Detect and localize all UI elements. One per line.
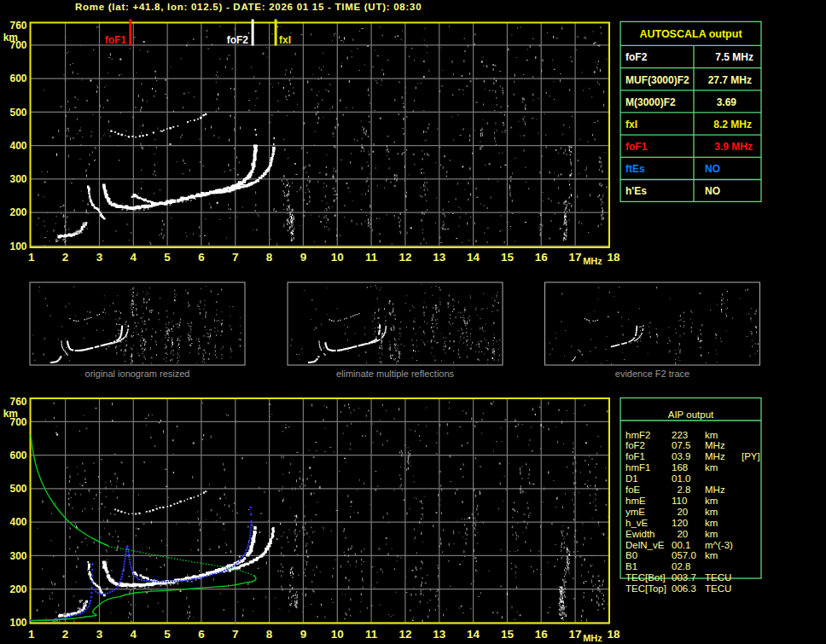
svg-text:foF2: foF2 — [625, 51, 648, 63]
svg-text:16: 16 — [535, 251, 549, 264]
svg-text:ymE: ymE — [625, 507, 645, 517]
svg-text:fxI: fxI — [279, 34, 291, 46]
svg-text:foF1: foF1 — [625, 451, 645, 461]
svg-text:MHz: MHz — [705, 440, 725, 450]
svg-text:2: 2 — [62, 628, 69, 641]
svg-text:03.9: 03.9 — [672, 451, 690, 461]
svg-text:02.8: 02.8 — [672, 561, 690, 571]
svg-text:km: km — [705, 462, 718, 473]
svg-text:12: 12 — [398, 628, 411, 641]
svg-text:km: km — [3, 408, 18, 420]
svg-text:TEC[Top]: TEC[Top] — [625, 583, 666, 594]
svg-text:TECU: TECU — [705, 572, 731, 583]
svg-text:km: km — [705, 430, 718, 440]
svg-text:18: 18 — [607, 251, 620, 264]
svg-text:14: 14 — [467, 251, 480, 264]
svg-text:hmF2: hmF2 — [625, 430, 650, 440]
svg-text:original ionogram resized: original ionogram resized — [85, 368, 190, 379]
svg-text:7.5 MHz: 7.5 MHz — [715, 51, 753, 63]
svg-text:6: 6 — [198, 628, 205, 641]
svg-text:14: 14 — [467, 628, 480, 641]
svg-text:km: km — [3, 32, 18, 44]
svg-text:MUF(3000)F2: MUF(3000)F2 — [625, 74, 689, 86]
svg-text:8: 8 — [266, 251, 273, 264]
svg-text:500: 500 — [9, 107, 26, 119]
svg-text:foF2: foF2 — [625, 440, 645, 450]
svg-text:400: 400 — [9, 140, 26, 152]
svg-text:10: 10 — [331, 251, 344, 264]
svg-text:ftEs: ftEs — [625, 163, 645, 175]
svg-text:11: 11 — [365, 628, 378, 641]
svg-text:07.5: 07.5 — [672, 440, 690, 450]
svg-text:9: 9 — [300, 251, 307, 264]
svg-text:Rome (lat: +41.8, lon: 012.5): Rome (lat: +41.8, lon: 012.5) - DATE: 20… — [75, 2, 422, 12]
svg-text:km: km — [705, 518, 718, 528]
svg-text:TECU: TECU — [705, 583, 731, 594]
svg-text:200: 200 — [9, 583, 26, 595]
svg-text:foF1: foF1 — [625, 141, 648, 153]
svg-text:3: 3 — [96, 628, 103, 641]
svg-text:400: 400 — [9, 516, 26, 528]
svg-text:100: 100 — [9, 617, 26, 629]
svg-text:M(3000)F2: M(3000)F2 — [625, 96, 676, 108]
svg-text:2.8: 2.8 — [672, 484, 690, 495]
svg-text:15: 15 — [501, 628, 515, 641]
svg-text:3: 3 — [96, 251, 103, 264]
svg-text:17: 17 — [569, 251, 582, 264]
svg-text:200: 200 — [9, 206, 26, 218]
svg-text:fxI: fxI — [625, 119, 637, 131]
svg-text:foF2: foF2 — [227, 34, 249, 46]
svg-text:11: 11 — [365, 251, 378, 264]
svg-text:760: 760 — [9, 20, 26, 32]
svg-text:B1: B1 — [625, 561, 637, 571]
svg-text:eliminate multiple reflections: eliminate multiple reflections — [336, 368, 455, 379]
svg-text:AIP output: AIP output — [668, 409, 714, 420]
svg-text:003.7: 003.7 — [672, 572, 696, 583]
svg-text:h_vE: h_vE — [625, 518, 649, 528]
svg-text:km: km — [705, 529, 718, 539]
svg-text:057.0: 057.0 — [672, 550, 696, 560]
svg-text:300: 300 — [9, 550, 26, 562]
svg-text:600: 600 — [9, 450, 26, 461]
svg-text:B0: B0 — [625, 550, 637, 560]
svg-text:NO: NO — [705, 163, 720, 175]
svg-text:13: 13 — [433, 251, 446, 264]
svg-text:TEC[Bot]: TEC[Bot] — [625, 572, 666, 583]
svg-text:evidence F2 trace: evidence F2 trace — [615, 368, 689, 379]
svg-text:1: 1 — [28, 251, 35, 264]
svg-text:foF1: foF1 — [105, 34, 127, 46]
svg-text:600: 600 — [9, 73, 26, 84]
svg-text:120: 120 — [672, 518, 688, 528]
svg-text:00.1: 00.1 — [672, 540, 690, 550]
svg-text:MHz: MHz — [583, 256, 602, 266]
svg-text:[PY]: [PY] — [742, 451, 760, 461]
svg-text:7: 7 — [232, 251, 239, 264]
svg-text:km: km — [705, 507, 718, 517]
svg-text:5: 5 — [164, 251, 171, 264]
svg-text:km: km — [705, 496, 718, 506]
svg-text:AUTOSCALA output: AUTOSCALA output — [639, 28, 742, 40]
svg-text:17: 17 — [569, 628, 582, 641]
svg-text:110: 110 — [672, 496, 687, 506]
svg-text:16: 16 — [535, 628, 549, 641]
svg-text:DelN_vE: DelN_vE — [625, 540, 665, 550]
svg-text:NO: NO — [705, 185, 720, 197]
svg-text:Ewidth: Ewidth — [625, 529, 655, 539]
svg-text:foE: foE — [625, 484, 641, 495]
svg-text:760: 760 — [9, 396, 26, 408]
svg-text:7: 7 — [232, 628, 239, 641]
svg-text:hmE: hmE — [625, 496, 646, 506]
svg-text:01.0: 01.0 — [672, 473, 690, 484]
svg-text:15: 15 — [501, 251, 515, 264]
svg-text:27.7 MHz: 27.7 MHz — [708, 74, 752, 86]
svg-text:1: 1 — [28, 628, 35, 641]
svg-text:9: 9 — [300, 628, 307, 641]
svg-text:100: 100 — [9, 241, 26, 252]
svg-text:18: 18 — [607, 628, 620, 641]
svg-text:MHz: MHz — [705, 484, 725, 495]
svg-text:8.2 MHz: 8.2 MHz — [713, 119, 752, 131]
svg-text:3.69: 3.69 — [717, 96, 737, 108]
svg-text:km: km — [705, 550, 718, 560]
svg-text:13: 13 — [433, 628, 446, 641]
svg-text:2: 2 — [62, 251, 69, 264]
